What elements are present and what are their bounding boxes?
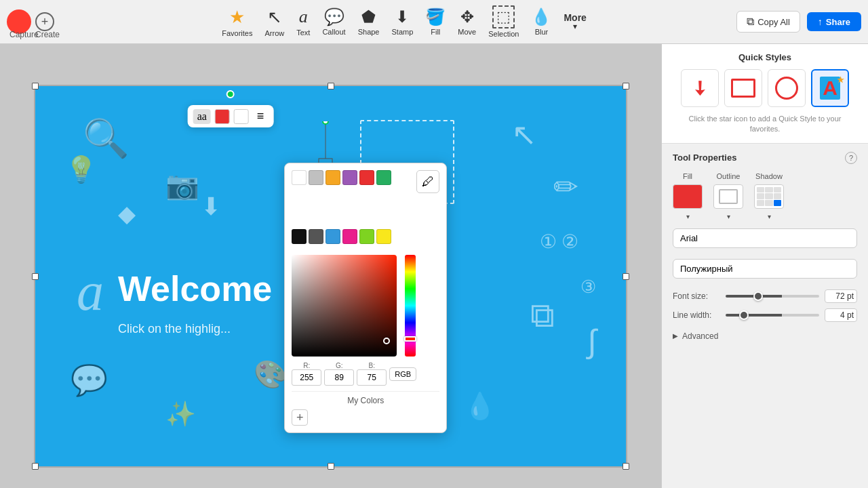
copy-all-button[interactable]: ⧉ Copy All [736,11,800,33]
advanced-row[interactable]: ▶ Advanced [673,327,857,341]
swatch-yellow[interactable] [376,229,391,244]
tool-shape[interactable]: ⬟ Shape [358,7,380,36]
text-menu-btn[interactable]: ≡ [253,108,269,125]
line-width-label: Line width: [673,310,720,320]
canvas-icon-cursor: ↖ [511,117,537,152]
swatch-pink[interactable] [342,229,357,244]
color-gradient[interactable] [292,255,397,357]
swatch-orange[interactable] [326,170,340,185]
tool-fill[interactable]: 🪣 Fill [425,7,446,36]
handle-ml[interactable] [32,273,39,280]
canvas-sub-text: Click on the highlig... [118,322,231,336]
color-mode-button[interactable]: RGB [389,367,416,381]
font-size-value: 72 pt [825,289,857,303]
color-picker: 🖊 R [284,163,447,433]
text-bg-swatch[interactable] [234,109,249,124]
rotation-handle[interactable] [226,90,235,98]
fill-chevron[interactable]: ▾ [686,213,690,220]
tool-more[interactable]: More ▾ [564,12,586,31]
line-width-value: 4 pt [825,308,857,322]
sc9 [774,200,781,206]
g-input-group: G: [324,362,354,386]
canvas-icon-curl: ∫ [587,323,596,360]
canvas-icon-bulb: 💡 [65,155,97,184]
font-sample[interactable]: aa [193,109,211,124]
font-select[interactable]: Arial [673,228,857,248]
dropper-button[interactable]: 🖊 [416,170,439,193]
shape-icon: ⬟ [361,7,376,26]
r-input[interactable] [292,369,321,386]
handle-tl[interactable] [32,83,39,89]
g-input[interactable] [324,369,354,386]
handle-bl[interactable] [32,463,39,470]
sc7 [757,200,764,206]
shadow-chevron[interactable]: ▾ [768,213,771,220]
qs-arrow-item[interactable]: ➚ [681,69,719,107]
gradient-selector[interactable] [383,338,390,344]
b-input-group: B: [357,362,387,386]
line-width-slider[interactable] [726,314,819,317]
shadow-item: Shadow ▾ [754,172,784,220]
canvas-icon-paint: 🎨 [254,359,288,390]
handle-mr[interactable] [623,273,629,280]
canvas-area[interactable]: 🔍 ✂ ↖ 📷 💡 ⧉ 💬 ✨ 🎨 ⬇ ∫ ✏ ◆ 💧 ① ② ③ ✕ ╲ a … [0,44,661,488]
canvas-icon-drop: 💧 [464,391,496,421]
create-button[interactable]: + [35,12,54,31]
tool-stamp[interactable]: ⬇ Stamp [391,7,413,36]
handle-bm[interactable] [328,463,334,470]
r-input-group: R: [292,362,321,386]
swatch-black[interactable] [292,229,307,244]
sc6 [774,193,781,199]
swatch-white[interactable] [292,170,307,185]
swatch-blue[interactable] [326,229,340,244]
toolbar: + Capture Create ★ Favorites ↖ Arrow a T… [0,0,868,44]
handle-tm[interactable] [328,83,334,89]
swatch-red[interactable] [359,170,374,185]
b-input[interactable] [357,369,387,386]
blur-icon: 💧 [531,7,551,26]
color-inputs: R: G: B: RGB [292,362,439,386]
help-button[interactable]: ? [845,152,857,164]
sc1 [757,187,764,193]
tool-text[interactable]: a Text [296,7,310,37]
swatch-lime[interactable] [359,229,374,244]
text-color-swatch[interactable] [215,109,230,124]
hue-bar[interactable] [405,255,416,357]
add-color-button[interactable]: + [292,409,308,426]
swatch-purple[interactable] [342,170,357,185]
hue-selector[interactable] [404,336,416,342]
outline-item: Outline ▾ [713,172,743,220]
font-size-slider[interactable] [726,295,819,298]
tool-blur[interactable]: 💧 Blur [531,7,551,36]
sc3 [774,187,781,193]
shadow-label: Shadow [755,172,783,180]
tool-favorites[interactable]: ★ Favorites [222,7,252,37]
swatch-gray[interactable] [309,229,323,244]
qs-rect-item[interactable] [724,69,762,107]
qs-circle-item[interactable] [768,69,806,107]
fill-swatch[interactable] [673,184,703,209]
outline-swatch[interactable] [713,184,743,209]
tool-callout[interactable]: 💬 Callout [322,7,345,36]
tool-props-header: Tool Properties ? [673,152,857,164]
canvas-welcome-text: Welcome [118,268,272,309]
share-button[interactable]: ↑ Share [807,12,861,31]
outline-chevron[interactable]: ▾ [727,213,730,220]
shadow-grid[interactable] [754,184,784,209]
handle-br[interactable] [623,463,629,470]
fill-label: Fill [683,172,692,180]
tool-arrow[interactable]: ↖ Arrow [265,7,285,37]
qs-circle-shape [775,77,798,100]
more-chevron-icon: ▾ [573,22,577,31]
swatch-green[interactable] [376,170,391,185]
text-icon: a [299,7,308,27]
swatch-silver[interactable] [309,170,323,185]
font-size-label: Font size: [673,291,720,301]
handle-tr[interactable] [623,83,629,89]
tool-move[interactable]: ✥ Move [458,7,476,36]
tool-selection[interactable]: ⬚ Selection [488,5,519,38]
qs-text-item[interactable]: A ★ [811,69,849,107]
fill-icon: 🪣 [425,7,446,26]
font-weight-select[interactable]: Полужирный [673,259,857,279]
advanced-arrow-icon: ▶ [673,332,678,340]
